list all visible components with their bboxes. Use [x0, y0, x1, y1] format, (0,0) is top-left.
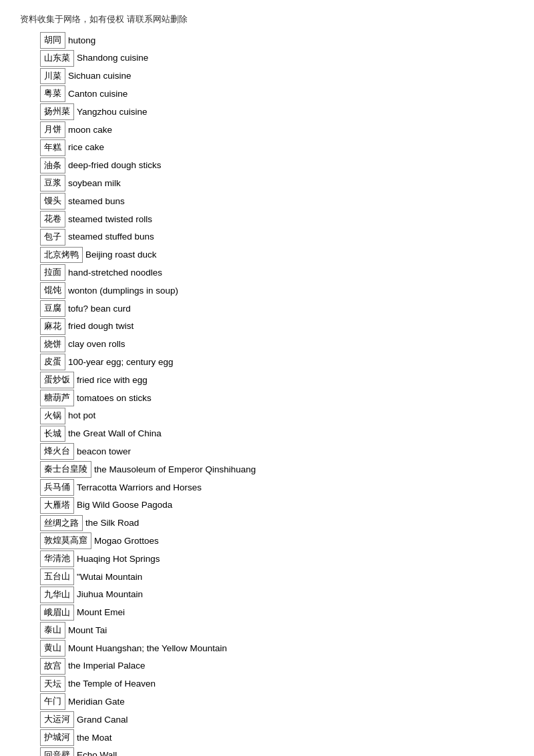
- item-chinese: 丝绸之路: [40, 515, 83, 532]
- items-list: 胡同hutong山东菜Shandong cuisine川菜Sichuan cui…: [40, 32, 514, 756]
- item-chinese: 秦士台皇陵: [40, 461, 91, 478]
- item-english: wonton (dumplings in soup): [68, 284, 178, 298]
- list-item: 长城the Great Wall of China: [40, 426, 514, 442]
- item-english: clay oven rolls: [68, 337, 125, 352]
- list-item: 花卷steamed twisted rolls: [40, 211, 514, 228]
- item-chinese: 大雁塔: [40, 497, 74, 514]
- list-item: 馒头steamed buns: [40, 193, 514, 210]
- item-chinese: 午门: [40, 693, 65, 710]
- item-english: hot pot: [68, 408, 95, 423]
- item-english: steamed stuffed buns: [68, 230, 154, 244]
- item-chinese: 油条: [40, 157, 65, 174]
- list-item: 麻花fried dough twist: [40, 318, 514, 335]
- item-english: Sichuan cuisine: [68, 69, 131, 83]
- item-chinese: 扬州菜: [40, 103, 74, 120]
- item-chinese: 麻花: [40, 318, 65, 335]
- item-chinese: 胡同: [40, 32, 65, 49]
- item-chinese: 故宫: [40, 658, 65, 675]
- item-chinese: 豆腐: [40, 300, 65, 317]
- item-english: Jiuhua Mountain: [77, 587, 143, 602]
- list-item: 山东菜Shandong cuisine: [40, 50, 514, 67]
- item-english: Terracotta Warriors and Horses: [77, 480, 202, 495]
- list-item: 敦煌莫高窟Mogao Grottoes: [40, 532, 514, 549]
- list-item: 扬州菜Yangzhou cuisine: [40, 103, 514, 120]
- list-item: 天坛the Temple of Heaven: [40, 676, 514, 693]
- list-item: 午门Meridian Gate: [40, 693, 514, 710]
- list-item: 粤菜Canton cuisine: [40, 85, 514, 102]
- item-chinese: 黄山: [40, 640, 65, 657]
- item-english: 100-year egg; century egg: [68, 355, 174, 370]
- item-chinese: 敦煌莫高窟: [40, 532, 91, 549]
- list-item: 大运河Grand Canal: [40, 711, 514, 728]
- list-item: 华清池Huaqing Hot Springs: [40, 550, 514, 567]
- item-english: Canton cuisine: [68, 87, 127, 101]
- list-item: 护城河the Moat: [40, 729, 514, 746]
- item-english: Yangzhou cuisine: [77, 105, 148, 119]
- list-item: 年糕rice cake: [40, 139, 514, 156]
- item-chinese: 花卷: [40, 211, 65, 228]
- item-chinese: 糖葫芦: [40, 390, 74, 406]
- item-chinese: 川菜: [40, 68, 65, 85]
- item-chinese: 馒头: [40, 193, 65, 210]
- item-english: the Moat: [77, 731, 112, 745]
- header-notice: 资料收集于网络，如有侵权 请联系网站删除: [20, 13, 514, 25]
- list-item: 火锅hot pot: [40, 408, 514, 424]
- item-english: steamed buns: [68, 194, 125, 209]
- list-item: 蛋炒饭fried rice with egg: [40, 372, 514, 388]
- item-english: Beijing roast duck: [85, 248, 157, 262]
- item-chinese: 火锅: [40, 408, 65, 424]
- item-english: the Imperial Palace: [68, 659, 146, 673]
- item-chinese: 粤菜: [40, 85, 65, 102]
- list-item: 馄饨wonton (dumplings in soup): [40, 282, 514, 299]
- item-chinese: 皮蛋: [40, 354, 65, 370]
- list-item: 包子steamed stuffed buns: [40, 229, 514, 246]
- list-item: 黄山Mount Huangshan; the Yellow Mountain: [40, 640, 514, 657]
- list-item: 拉面hand-stretched noodles: [40, 264, 514, 281]
- item-chinese: 烽火台: [40, 443, 74, 460]
- list-item: 皮蛋100-year egg; century egg: [40, 354, 514, 370]
- item-chinese: 北京烤鸭: [40, 247, 83, 264]
- item-chinese: 泰山: [40, 622, 65, 639]
- item-english: Shandong cuisine: [77, 51, 148, 65]
- item-english: hutong: [68, 33, 95, 48]
- item-chinese: 拉面: [40, 264, 65, 281]
- item-english: steamed twisted rolls: [68, 212, 152, 227]
- item-chinese: 月饼: [40, 121, 65, 138]
- item-english: fried rice with egg: [77, 373, 148, 388]
- item-chinese: 豆浆: [40, 175, 65, 192]
- item-chinese: 包子: [40, 229, 65, 246]
- item-english: Mount Emei: [77, 605, 125, 620]
- list-item: 川菜Sichuan cuisine: [40, 68, 514, 85]
- list-item: 烽火台beacon tower: [40, 443, 514, 460]
- list-item: 月饼moon cake: [40, 121, 514, 138]
- list-item: 糖葫芦tomatoes on sticks: [40, 390, 514, 406]
- item-chinese: 五台山: [40, 569, 74, 585]
- list-item: 豆腐tofu? bean curd: [40, 300, 514, 317]
- item-english: Echo Wall: [77, 748, 117, 756]
- item-chinese: 华清池: [40, 550, 74, 567]
- item-english: tomatoes on sticks: [77, 391, 152, 406]
- item-chinese: 大运河: [40, 711, 74, 728]
- item-chinese: 长城: [40, 426, 65, 442]
- item-english: soybean milk: [68, 176, 121, 191]
- item-chinese: 馄饨: [40, 282, 65, 299]
- list-item: 兵马俑Terracotta Warriors and Horses: [40, 479, 514, 496]
- item-chinese: 峨眉山: [40, 605, 74, 621]
- list-item: 油条deep-fried dough sticks: [40, 157, 514, 174]
- item-english: "Wutai Mountain: [77, 570, 142, 585]
- list-item: 胡同hutong: [40, 32, 514, 49]
- item-english: Big Wild Goose Pagoda: [77, 498, 172, 512]
- item-english: Mogao Grottoes: [94, 534, 159, 548]
- item-english: rice cake: [68, 140, 104, 155]
- item-english: the Temple of Heaven: [68, 677, 156, 691]
- list-item: 九华山Jiuhua Mountain: [40, 587, 514, 603]
- item-english: tofu? bean curd: [68, 302, 131, 316]
- item-chinese: 蛋炒饭: [40, 372, 74, 388]
- item-english: moon cake: [68, 123, 112, 137]
- item-chinese: 烧饼: [40, 336, 65, 353]
- item-chinese: 护城河: [40, 729, 74, 746]
- item-english: beacon tower: [77, 444, 131, 459]
- item-english: Grand Canal: [77, 713, 128, 727]
- item-english: Mount Huangshan; the Yellow Mountain: [68, 641, 227, 656]
- list-item: 五台山"Wutai Mountain: [40, 569, 514, 585]
